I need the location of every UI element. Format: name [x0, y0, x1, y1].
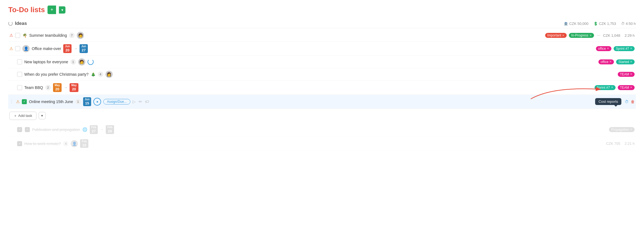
task-right: Cost reports ⏱ 🗑 [595, 98, 635, 105]
avatar-ring: ● [93, 98, 101, 106]
task-count: 1 [70, 59, 76, 65]
page-header: To-Do lists + ▾ [8, 6, 636, 14]
task-name: Publication and propagation [32, 127, 80, 132]
section-title-area: Ideas [8, 21, 27, 26]
tag-team: TEAM ✕ [618, 72, 635, 77]
page-title: To-Do lists [8, 6, 45, 14]
task-right: Sprint #7 ✕ TEAM ✕ [595, 85, 635, 90]
plus-icon: ＋ [14, 113, 17, 118]
avatar: 🧑 [78, 58, 85, 65]
task-checkbox[interactable] [17, 59, 22, 64]
add-task-dropdown-button[interactable]: ▾ [39, 112, 46, 119]
play-icon[interactable]: ▷ [133, 99, 136, 104]
task-right: Propagation ✕ [609, 127, 635, 132]
action-icons: ▷ ✏ 🏷 [133, 99, 149, 104]
task-checkbox[interactable] [15, 46, 20, 51]
task-row: New laptops for everyone 1 🧑 office ✕ St… [8, 56, 636, 68]
task-row: ✓ How to work remote? 4 👤 Feb10 CZK 705 … [8, 137, 636, 151]
date-badge: Jun15 [83, 97, 91, 106]
task-checkbox[interactable] [17, 85, 22, 90]
task-name: When do you prefer Christmas party? [24, 72, 89, 77]
task-row: ⋮ ⚠ ✓ Online meeting 15th June 1 Jun15 ●… [8, 95, 636, 109]
delete-icon[interactable]: 🗑 [631, 99, 635, 104]
task-name: Office make-over [32, 46, 61, 51]
task-count: 7 [69, 33, 75, 38]
cost-reports-icon[interactable]: ⏱ [625, 99, 629, 104]
tag-team: TEAM ✕ [618, 85, 635, 90]
tag-important: Important ✕ [545, 33, 567, 38]
arrow-separator: → [64, 85, 67, 90]
warning-icon: ⚠ [16, 99, 20, 104]
tag-sprint: Sprint #7 ✕ [614, 46, 635, 51]
avatar: 👩 [105, 71, 113, 78]
task-emoji: 🌴 [22, 33, 27, 38]
main-container: To-Do lists + ▾ Ideas 🏦 CZK 50,000 💲 CZK… [0, 0, 644, 156]
arrow-separator: → [100, 127, 104, 132]
task-checkbox[interactable]: ✓ [17, 141, 22, 146]
cost-meta: 💲 CZK 1,753 [593, 22, 616, 26]
tooltip-container: Cost reports [595, 98, 622, 105]
budget-value: CZK 50,000 [569, 22, 588, 26]
tag-inprogress: In-Progress ✕ [569, 33, 594, 38]
task-row: ✓ ✓ Publication and propagation 🌐 Feb27 … [8, 123, 636, 137]
avatar: 🧑 [77, 32, 84, 39]
time-value: 4:50 h [626, 22, 636, 26]
task-name: New laptops for everyone [24, 60, 68, 64]
task-checkbox[interactable] [17, 72, 22, 77]
date-badge: Feb10 [80, 139, 88, 148]
date-badge-to: May20 [70, 83, 78, 92]
tag-office: office ✕ [598, 59, 614, 64]
date-badge-from: Feb27 [90, 125, 98, 134]
section-header: Ideas 🏦 CZK 50,000 💲 CZK 1,753 ⏱ 4:50 h [8, 19, 636, 28]
tag-office: office ✕ [596, 46, 611, 51]
date-badge-from: May20 [53, 83, 62, 92]
task-right: TEAM ✕ [618, 72, 635, 77]
task-checkbox[interactable]: ✓ [17, 127, 22, 132]
avatar: 👤 [22, 45, 30, 52]
task-checkbox-sub: ✓ [25, 127, 30, 132]
task-cost: CZK 705 [606, 141, 620, 146]
task-count: 4 [98, 72, 103, 77]
task-right: CZK 705 2:21 h [606, 141, 635, 146]
cost-reports-tooltip: Cost reports [595, 98, 621, 105]
date-badge-from: Jun20 [63, 44, 72, 53]
task-row: ⚠ 🌴 Summer teambuilding 7 🧑 Important ✕ … [8, 29, 636, 42]
tag-started: Started ✕ [616, 59, 635, 64]
add-task-label: Add task [18, 114, 32, 118]
add-task-button[interactable]: ＋ Add task [9, 112, 36, 120]
task-count: 1 [75, 99, 81, 104]
budget-meta: 🏦 CZK 50,000 [564, 22, 588, 26]
section-title: Ideas [15, 21, 27, 26]
loading-spinner [8, 21, 13, 26]
global-icon: 🌐 [82, 127, 88, 132]
date-badge-to: Jun27 [80, 44, 88, 53]
tag-sprint: Sprint #7 ✕ [595, 85, 616, 90]
task-row: When do you prefer Christmas party? 🎄 4 … [8, 68, 636, 81]
arrow-separator: → [74, 46, 77, 51]
task-right: office ✕ Started ✕ [598, 59, 635, 64]
more-button[interactable]: ··· [596, 33, 601, 38]
task-name: Online meeting 15th June [29, 99, 73, 104]
add-dropdown-button[interactable]: ▾ [59, 6, 65, 14]
edit-icon[interactable]: ✏ [139, 99, 142, 104]
tag-icon[interactable]: 🏷 [145, 99, 149, 104]
budget-icon: 🏦 [564, 22, 568, 26]
task-name: Team BBQ [24, 85, 43, 90]
task-checkbox[interactable]: ✓ [22, 99, 27, 104]
drag-handle[interactable]: ⋮ [9, 99, 14, 104]
add-button[interactable]: + [47, 6, 56, 14]
task-time: 2:29 h [622, 33, 635, 38]
task-right: Important ✕ In-Progress ✕ ··· CZK 1,048 … [545, 33, 635, 38]
warning-icon: ⚠ [9, 46, 13, 51]
task-count: 4 [63, 141, 68, 146]
cost-value: CZK 1,753 [599, 22, 616, 26]
add-task-row: ＋ Add task ▾ [8, 109, 636, 123]
clock-icon: ⏱ [621, 22, 625, 26]
task-row: Team BBQ 2 May20 → May20 Sprint #7 ✕ TEA… [8, 81, 636, 95]
task-checkbox[interactable] [15, 33, 20, 38]
assign-due-button[interactable]: Assign/Due... [103, 99, 130, 104]
loading-spinner [88, 59, 94, 65]
tag-propagation: Propagation ✕ [609, 127, 635, 132]
date-badge-to: Feb28 [106, 125, 114, 134]
task-right: office ✕ Sprint #7 ✕ [596, 46, 635, 51]
